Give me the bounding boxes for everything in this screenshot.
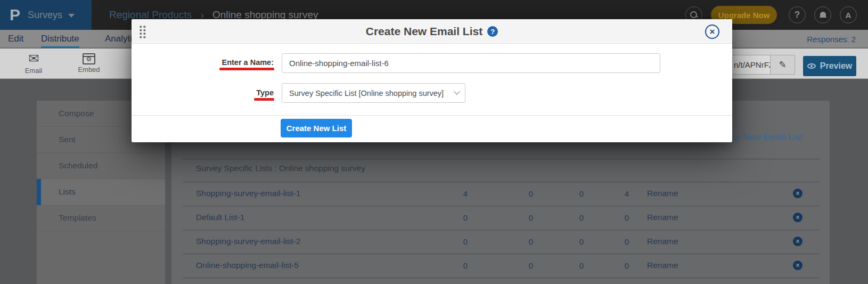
account-avatar[interactable]: A xyxy=(840,6,857,23)
list-name-link[interactable]: Online-shopping-email-list-5 xyxy=(196,261,425,270)
notifications-button[interactable] xyxy=(814,6,831,23)
search-icon xyxy=(690,11,698,19)
modal-divider xyxy=(132,115,732,116)
preview-button[interactable]: Preview xyxy=(803,56,856,76)
table-divider xyxy=(183,182,820,182)
list-name-link[interactable]: Shopping-survey-email-list-2 xyxy=(196,237,425,246)
bell-icon xyxy=(820,12,826,19)
type-field-label: Type xyxy=(185,88,274,97)
modal-close-button[interactable]: × xyxy=(705,25,719,39)
embed-icon: ⚙ xyxy=(83,53,95,64)
cell-unsubscribed: 0 xyxy=(502,189,560,198)
eye-icon xyxy=(807,63,816,69)
toolbar-embed-label: Embed xyxy=(78,66,100,74)
sidebar-compose-label: Compose xyxy=(59,109,94,118)
cell-active: 0 xyxy=(436,237,495,246)
table-divider xyxy=(183,206,820,206)
list-type-value: Survey Specific List [Online shopping su… xyxy=(289,89,444,98)
upgrade-now-label: Upgrade Now xyxy=(718,11,770,20)
table-section-header: Survey Specific Lists : Online shopping … xyxy=(196,164,365,173)
toolbar-item-embed[interactable]: ⚙ Embed xyxy=(70,52,108,76)
cell-unsubscribed: 0 xyxy=(502,237,560,246)
delete-list-icon[interactable]: × xyxy=(793,213,803,222)
tab-distribute[interactable]: Distribute xyxy=(41,30,79,48)
toolbar-item-email[interactable]: ✉ Email xyxy=(15,52,52,76)
chevron-down-icon xyxy=(68,14,75,18)
sidebar-scheduled-label: Scheduled xyxy=(59,161,97,171)
list-name-link[interactable]: Shopping-survey-email-list-1 xyxy=(196,189,425,198)
pencil-icon: ✎ xyxy=(779,59,786,70)
email-icon: ✉ xyxy=(28,52,39,66)
questionpro-logo: P xyxy=(10,7,20,23)
modal-title: Create New Email List xyxy=(366,25,482,38)
sidebar-sent-label: Sent xyxy=(59,135,76,144)
select-chevron-icon xyxy=(454,88,461,95)
delete-list-icon[interactable]: × xyxy=(793,237,803,246)
edit-url-button[interactable]: ✎ xyxy=(770,55,795,74)
rename-link[interactable]: Rename xyxy=(647,237,678,246)
tab-distribute-label: Distribute xyxy=(41,34,79,44)
modal-help-icon[interactable]: ? xyxy=(487,26,498,37)
avatar-initial: A xyxy=(846,11,851,20)
responses-count[interactable]: Responses: 2 xyxy=(807,30,856,48)
product-name: Surveys xyxy=(28,10,62,21)
preview-label: Preview xyxy=(820,61,852,71)
sidebar-item-scheduled[interactable]: Scheduled xyxy=(37,153,165,179)
list-name-input[interactable] xyxy=(282,53,660,73)
modal-title-wrap: Create New Email List ? xyxy=(132,19,732,44)
rename-link[interactable]: Rename xyxy=(647,189,678,198)
cell-active: 0 xyxy=(436,261,495,270)
help-button[interactable]: ? xyxy=(789,6,806,23)
table-divider xyxy=(183,159,820,159)
create-email-list-modal: ⣿ Create New Email List ? × Enter a Name… xyxy=(132,19,732,142)
table-divider xyxy=(183,230,820,230)
toolbar-email-label: Email xyxy=(25,67,43,75)
modal-header: ⣿ Create New Email List ? × xyxy=(132,19,732,44)
name-field-label: Enter a Name: xyxy=(185,58,274,67)
table-divider xyxy=(183,278,820,278)
product-switcher[interactable]: P Surveys xyxy=(0,0,92,30)
table-divider xyxy=(183,254,820,254)
sidebar-item-templates[interactable]: Templates xyxy=(37,205,165,231)
list-type-select[interactable]: Survey Specific List [Online shopping su… xyxy=(282,83,465,103)
delete-list-icon[interactable]: × xyxy=(793,261,803,270)
sidebar-item-lists[interactable]: Lists xyxy=(37,179,165,205)
cell-unsubscribed: 0 xyxy=(502,213,560,222)
rename-link[interactable]: Rename xyxy=(647,213,678,222)
sidebar-templates-label: Templates xyxy=(59,213,96,223)
cell-active: 0 xyxy=(436,213,495,222)
close-icon: × xyxy=(710,27,715,36)
delete-list-icon[interactable]: × xyxy=(793,189,803,198)
cell-active: 4 xyxy=(436,189,495,198)
name-label-underline xyxy=(219,68,274,70)
app-root: P Surveys Regional Products › Online sho… xyxy=(0,0,868,284)
tab-edit-label: Edit xyxy=(8,34,23,44)
list-name-link[interactable]: Default List-1 xyxy=(196,213,425,222)
cell-unsubscribed: 0 xyxy=(502,261,560,270)
rename-link[interactable]: Rename xyxy=(647,261,678,270)
sidebar-lists-label: Lists xyxy=(59,187,76,197)
tab-edit[interactable]: Edit xyxy=(8,30,23,48)
type-label-underline xyxy=(254,98,274,101)
create-new-list-button[interactable]: Create New List xyxy=(281,119,352,137)
help-icon: ? xyxy=(795,10,800,20)
